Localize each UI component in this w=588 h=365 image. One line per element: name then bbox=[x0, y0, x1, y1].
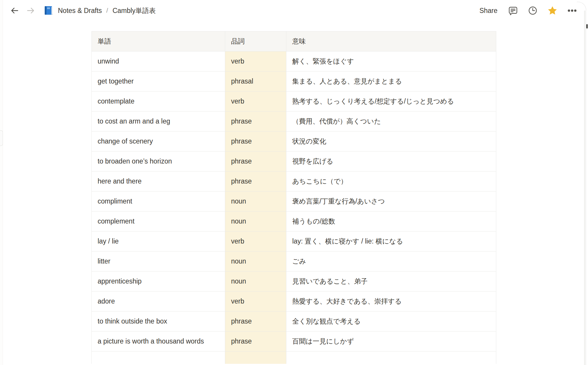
pos-cell[interactable]: noun bbox=[225, 211, 286, 231]
meaning-cell[interactable] bbox=[286, 351, 496, 364]
word-cell[interactable]: change of scenery bbox=[92, 131, 225, 151]
word-cell[interactable]: compliment bbox=[92, 191, 225, 211]
meaning-cell[interactable]: 集まる、人とある、意見がまとまる bbox=[286, 71, 496, 91]
pos-cell[interactable] bbox=[225, 351, 286, 364]
breadcrumb-separator: / bbox=[106, 7, 108, 14]
meaning-cell[interactable]: 熟考する、じっくり考える/想定する/じっと見つめる bbox=[286, 91, 496, 111]
vocab-table: 単語 品詞 意味 unwind verb 解く、緊張をほぐす get toget… bbox=[91, 31, 496, 364]
pos-cell[interactable]: phrasal bbox=[225, 71, 286, 91]
topbar-actions: Share bbox=[480, 5, 577, 16]
meaning-cell[interactable]: 褒め言葉/丁重な行為/あいさつ bbox=[286, 191, 496, 211]
table-row: to broaden one’s horizon phrase 視野を広げる bbox=[92, 151, 496, 171]
word-cell[interactable]: to think outside the box bbox=[92, 311, 225, 331]
table-row: apprenticeship noun 見習いであること、弟子 bbox=[92, 271, 496, 291]
pos-cell[interactable]: noun bbox=[225, 251, 286, 271]
pos-cell[interactable]: verb bbox=[225, 51, 286, 71]
table-row: to think outside the box phrase 全く別な観点で考… bbox=[92, 311, 496, 331]
meaning-cell[interactable]: 熱愛する、大好きである、崇拝する bbox=[286, 291, 496, 311]
table-row: here and there phrase あちこちに（で） bbox=[92, 171, 496, 191]
column-header-pos[interactable]: 品詞 bbox=[225, 31, 286, 51]
word-cell[interactable]: get together bbox=[92, 71, 225, 91]
word-cell[interactable]: litter bbox=[92, 251, 225, 271]
breadcrumb: Notes & Drafts / Cambly単語表 bbox=[44, 5, 156, 16]
column-header-meaning[interactable]: 意味 bbox=[286, 31, 496, 51]
pos-cell[interactable]: phrase bbox=[225, 311, 286, 331]
meaning-cell[interactable]: 全く別な観点で考える bbox=[286, 311, 496, 331]
word-cell[interactable]: to broaden one’s horizon bbox=[92, 151, 225, 171]
sidebar-peek-handle[interactable] bbox=[0, 130, 3, 146]
pos-cell[interactable]: verb bbox=[225, 91, 286, 111]
meaning-cell[interactable]: 状況の変化 bbox=[286, 131, 496, 151]
back-arrow-icon[interactable] bbox=[9, 5, 20, 16]
word-cell[interactable]: a picture is worth a thousand words bbox=[92, 331, 225, 351]
breadcrumb-parent[interactable]: Notes & Drafts bbox=[58, 7, 102, 15]
meaning-cell[interactable]: lay: 置く、横に寝かす / lie: 横になる bbox=[286, 231, 496, 251]
word-cell[interactable]: to cost an arm and a leg bbox=[92, 111, 225, 131]
comments-icon[interactable] bbox=[508, 5, 518, 16]
favorite-star-icon[interactable] bbox=[547, 5, 558, 16]
column-header-word[interactable]: 単語 bbox=[92, 31, 225, 51]
table-row: compliment noun 褒め言葉/丁重な行為/あいさつ bbox=[92, 191, 496, 211]
pos-cell[interactable]: phrase bbox=[225, 151, 286, 171]
scrollbar-thumb[interactable] bbox=[586, 24, 588, 29]
word-cell[interactable] bbox=[92, 351, 225, 364]
blue-book-icon[interactable] bbox=[44, 5, 54, 16]
pos-cell[interactable]: verb bbox=[225, 231, 286, 251]
word-cell[interactable]: apprenticeship bbox=[92, 271, 225, 291]
share-button[interactable]: Share bbox=[480, 7, 497, 15]
word-cell[interactable]: here and there bbox=[92, 171, 225, 191]
table-body: unwind verb 解く、緊張をほぐす get together phras… bbox=[92, 51, 496, 351]
table-row: get together phrasal 集まる、人とある、意見がまとまる bbox=[92, 71, 496, 91]
meaning-cell[interactable]: 見習いであること、弟子 bbox=[286, 271, 496, 291]
word-cell[interactable]: contemplate bbox=[92, 91, 225, 111]
meaning-cell[interactable]: （費用、代償が）高くついた bbox=[286, 111, 496, 131]
word-cell[interactable]: adore bbox=[92, 291, 225, 311]
history-clock-icon[interactable] bbox=[527, 5, 538, 16]
table-row: change of scenery phrase 状況の変化 bbox=[92, 131, 496, 151]
breadcrumb-current[interactable]: Cambly単語表 bbox=[113, 6, 156, 15]
scrollbar-track[interactable] bbox=[584, 11, 586, 365]
table-row-partial bbox=[92, 351, 496, 364]
pos-cell[interactable]: noun bbox=[225, 191, 286, 211]
meaning-cell[interactable]: 解く、緊張をほぐす bbox=[286, 51, 496, 71]
meaning-cell[interactable]: 百聞は一見にしかず bbox=[286, 331, 496, 351]
table-row: complement noun 補うもの/総数 bbox=[92, 211, 496, 231]
pos-cell[interactable]: phrase bbox=[225, 331, 286, 351]
pos-cell[interactable]: phrase bbox=[225, 171, 286, 191]
table-row: lay / lie verb lay: 置く、横に寝かす / lie: 横になる bbox=[92, 231, 496, 251]
word-cell[interactable]: complement bbox=[92, 211, 225, 231]
sidebar-rail bbox=[0, 0, 3, 365]
topbar: Notes & Drafts / Cambly単語表 Share bbox=[0, 0, 588, 21]
table-row: a picture is worth a thousand words phra… bbox=[92, 331, 496, 351]
forward-arrow-icon[interactable] bbox=[25, 5, 36, 16]
pos-cell[interactable]: phrase bbox=[225, 111, 286, 131]
table-row: unwind verb 解く、緊張をほぐす bbox=[92, 51, 496, 71]
more-options-icon[interactable] bbox=[567, 5, 577, 16]
meaning-cell[interactable]: 補うもの/総数 bbox=[286, 211, 496, 231]
pos-cell[interactable]: verb bbox=[225, 291, 286, 311]
meaning-cell[interactable]: あちこちに（で） bbox=[286, 171, 496, 191]
pos-cell[interactable]: phrase bbox=[225, 131, 286, 151]
table-row: to cost an arm and a leg phrase （費用、代償が）… bbox=[92, 111, 496, 131]
word-cell[interactable]: lay / lie bbox=[92, 231, 225, 251]
table-row: adore verb 熱愛する、大好きである、崇拝する bbox=[92, 291, 496, 311]
meaning-cell[interactable]: 視野を広げる bbox=[286, 151, 496, 171]
meaning-cell[interactable]: ごみ bbox=[286, 251, 496, 271]
table-row: litter noun ごみ bbox=[92, 251, 496, 271]
table-row: contemplate verb 熟考する、じっくり考える/想定する/じっと見つ… bbox=[92, 91, 496, 111]
table-header-row: 単語 品詞 意味 bbox=[92, 31, 496, 51]
word-cell[interactable]: unwind bbox=[92, 51, 225, 71]
pos-cell[interactable]: noun bbox=[225, 271, 286, 291]
nav-arrows bbox=[9, 5, 36, 16]
